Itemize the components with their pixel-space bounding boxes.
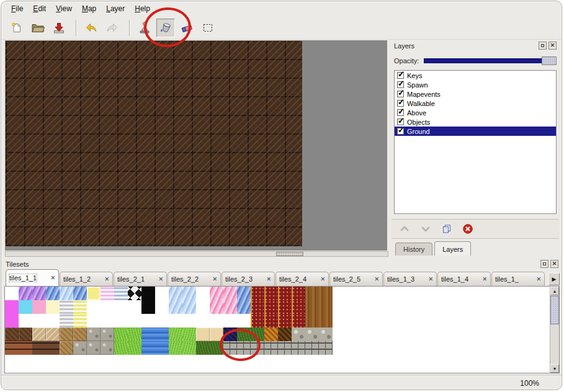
palette-tile-wh[interactable]: [87, 314, 101, 327]
palette-tile-grs[interactable]: [128, 327, 141, 341]
palette-tile-wh[interactable]: [196, 287, 210, 300]
palette-tile-wh[interactable]: [155, 300, 169, 314]
palette-tile-wh[interactable]: [141, 314, 155, 327]
palette-tile-mag[interactable]: [5, 314, 19, 327]
palette-tile-wd[interactable]: [319, 314, 333, 327]
palette-tile-wh[interactable]: [182, 314, 196, 327]
palette-tile-wtr[interactable]: [155, 341, 169, 355]
stamp-tool-button[interactable]: [135, 19, 154, 37]
close-tab-icon[interactable]: ✕: [104, 276, 109, 282]
palette-tile-crp[interactable]: [292, 300, 305, 314]
palette-tile-wd[interactable]: [305, 314, 319, 327]
palette-tile-wh[interactable]: [155, 314, 169, 327]
palette-tile-wh[interactable]: [101, 314, 114, 327]
close-tab-icon[interactable]: ✕: [428, 276, 433, 282]
palette-tile-gbr[interactable]: [251, 341, 264, 355]
close-tab-icon[interactable]: ✕: [320, 276, 325, 282]
palette-tile-crp[interactable]: [278, 287, 292, 300]
palette-tile-cbl[interactable]: [101, 327, 114, 341]
undock-panel-icon[interactable]: [539, 42, 547, 50]
close-panel-icon[interactable]: ✕: [550, 260, 558, 268]
palette-tile-crp[interactable]: [292, 314, 305, 327]
delete-layer-button[interactable]: [460, 221, 476, 236]
palette-tile-tan[interactable]: [196, 327, 210, 341]
palette-tile-wd[interactable]: [305, 287, 319, 300]
palette-tile-crp[interactable]: [292, 287, 305, 300]
palette-tile-wd[interactable]: [319, 287, 333, 300]
palette-tile-pth[interactable]: [60, 341, 73, 355]
palette-tile-wh[interactable]: [237, 314, 251, 327]
palette-tile-wbl[interactable]: [73, 287, 87, 300]
layer-row-walkable[interactable]: Walkable: [395, 99, 556, 108]
palette-tile-crp[interactable]: [278, 300, 292, 314]
palette-tile-gr2[interactable]: [182, 327, 196, 341]
palette-tile-dwv[interactable]: [278, 327, 292, 341]
close-tab-icon[interactable]: ✕: [212, 276, 217, 282]
close-tab-icon[interactable]: ✕: [536, 276, 541, 282]
save-tool-button[interactable]: [50, 19, 68, 37]
palette-tile-nvy[interactable]: [223, 327, 237, 341]
palette-tile-pst[interactable]: [101, 287, 114, 300]
palette-tile-wbl[interactable]: [46, 287, 60, 300]
undo-tool-button[interactable]: [82, 19, 101, 37]
palette-tile-yst[interactable]: [73, 300, 87, 314]
layer-visibility-checkbox[interactable]: [397, 109, 404, 116]
palette-tile-wh[interactable]: [196, 300, 210, 314]
palette-tile-gr2[interactable]: [169, 327, 182, 341]
palette-tile-wd[interactable]: [319, 300, 333, 314]
palette-tile-wh[interactable]: [210, 314, 223, 327]
palette-tile-bdk[interactable]: [32, 341, 46, 355]
palette-tile-wpk[interactable]: [210, 287, 223, 300]
palette-tile-owv[interactable]: [264, 327, 278, 341]
close-tab-icon[interactable]: ✕: [482, 276, 487, 282]
undock-panel-icon[interactable]: [540, 260, 548, 268]
palette-tile-wlb[interactable]: [169, 300, 182, 314]
palette-tile-wh[interactable]: [5, 287, 19, 300]
palette-tile-crp[interactable]: [251, 300, 264, 314]
palette-tile-gst[interactable]: [60, 300, 73, 314]
close-tab-icon[interactable]: ✕: [374, 276, 379, 282]
opacity-slider[interactable]: [424, 56, 557, 66]
palette-tile-yst[interactable]: [73, 314, 87, 327]
palette-tile-wh[interactable]: [46, 314, 60, 327]
palette-tile-blk[interactable]: [141, 300, 155, 314]
close-panel-icon[interactable]: ✕: [548, 42, 557, 50]
select-tool-button[interactable]: [199, 19, 217, 37]
tileset-tab-tiles_2_3[interactable]: tiles_2_3✕: [222, 272, 275, 286]
palette-tile-tan[interactable]: [210, 327, 223, 341]
close-tab-icon[interactable]: ✕: [158, 276, 163, 282]
palette-tile-wh[interactable]: [128, 300, 141, 314]
palette-tile-sgr[interactable]: [292, 327, 305, 341]
opacity-slider-handle[interactable]: [542, 56, 557, 65]
tab-history[interactable]: History: [395, 243, 432, 256]
palette-tile-grs[interactable]: [114, 341, 128, 355]
palette-tile-wlb[interactable]: [182, 300, 196, 314]
palette-tile-chk[interactable]: [128, 287, 141, 300]
layer-row-mapevents[interactable]: Mapevents: [395, 89, 556, 99]
palette-tile-wh[interactable]: [101, 300, 114, 314]
palette-tile-crp[interactable]: [251, 314, 264, 327]
palette-tile-stn[interactable]: [32, 327, 46, 341]
palette-tile-wlb[interactable]: [60, 287, 73, 300]
palette-tile-wh[interactable]: [114, 300, 128, 314]
palette-tile-crp[interactable]: [264, 300, 278, 314]
palette-tile-wh[interactable]: [223, 314, 237, 327]
layer-row-above[interactable]: Above: [395, 108, 556, 117]
palette-tile-wpu[interactable]: [32, 287, 46, 300]
palette-tile-wtr[interactable]: [155, 327, 169, 341]
tileset-tab-tiles_1_3[interactable]: tiles_1_3✕: [383, 272, 437, 286]
palette-tile-dgr[interactable]: [196, 341, 210, 355]
tab-layers[interactable]: Layers: [434, 241, 471, 256]
duplicate-layer-button[interactable]: [439, 221, 455, 236]
menu-item-map[interactable]: Map: [77, 2, 101, 15]
palette-tile-yel[interactable]: [87, 287, 101, 300]
palette-tile-wh[interactable]: [114, 314, 128, 327]
redo-tool-button[interactable]: [103, 19, 122, 37]
palette-tile-wh[interactable]: [155, 287, 169, 300]
tileset-tab-tiles_2_2[interactable]: tiles_2_2✕: [168, 272, 221, 286]
palette-tile-crp[interactable]: [264, 287, 278, 300]
layer-visibility-checkbox[interactable]: [397, 72, 404, 79]
palette-tile-pth[interactable]: [73, 327, 87, 341]
palette-tile-wlb[interactable]: [182, 287, 196, 300]
layer-visibility-checkbox[interactable]: [397, 128, 404, 135]
